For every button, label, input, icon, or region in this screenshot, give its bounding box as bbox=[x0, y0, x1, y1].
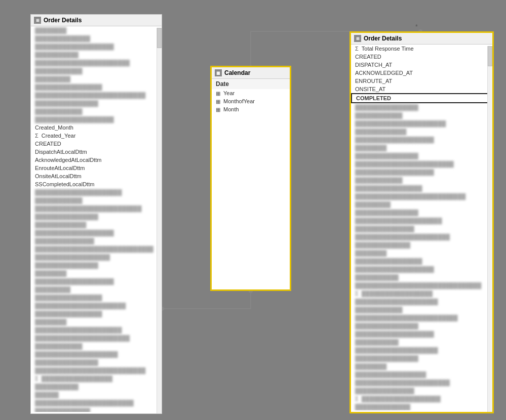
list-item: ████████████████ bbox=[351, 354, 492, 362]
list-item: █████████████████████████ bbox=[31, 399, 162, 407]
left-panel-created-month: Created_Month bbox=[31, 123, 162, 132]
calendar-year-row: Year bbox=[212, 89, 290, 97]
calendar-panel-body[interactable]: Date Year MonthofYear Month bbox=[212, 79, 290, 288]
list-item: ████████████████ bbox=[351, 208, 492, 217]
list-item: ████████ bbox=[31, 26, 162, 34]
list-item: █████████ bbox=[31, 285, 162, 293]
list-item: ████████████████████ bbox=[31, 115, 162, 123]
list-item: █████████ bbox=[31, 75, 162, 83]
list-item: █████████████ bbox=[31, 221, 162, 229]
list-item: ████████████████████████████ bbox=[31, 366, 162, 374]
list-item: ███████████ bbox=[31, 51, 162, 59]
list-item: ████████ bbox=[31, 318, 162, 326]
connector-bottom bbox=[162, 291, 251, 309]
right-panel-title: Order Details bbox=[364, 35, 402, 42]
left-panel: ⊞ Order Details ████████ ██████████████ … bbox=[30, 14, 162, 414]
calendar-month-row: Month bbox=[212, 105, 290, 113]
calendar-monthofyear-row: MonthofYear bbox=[212, 97, 290, 105]
list-item: ██████████████████████████ bbox=[351, 314, 492, 322]
list-item: ████████████████ bbox=[351, 103, 492, 111]
list-item: █████████ bbox=[351, 200, 492, 208]
list-item: ███████████████████ bbox=[31, 253, 162, 261]
list-item: ████████████████ bbox=[31, 213, 162, 221]
list-item: █████████████████ bbox=[31, 310, 162, 318]
list-item: ███████████ bbox=[31, 383, 162, 391]
connector-label-star-1: * bbox=[415, 23, 418, 30]
left-panel-body[interactable]: ████████ ██████████████ ████████████████… bbox=[31, 26, 162, 412]
left-panel-dispatch: DispatchAtLocalDttm bbox=[31, 148, 162, 156]
list-item: ████████████ bbox=[351, 306, 492, 314]
list-item: █████████████████████ bbox=[351, 298, 492, 306]
right-panel-body[interactable]: Total Response Time CREATED DISPATCH_AT … bbox=[351, 45, 492, 410]
right-panel-created: CREATED bbox=[351, 53, 492, 61]
left-panel-onsite: OnsiteAtLocalDttm bbox=[31, 172, 162, 180]
list-item: ████████████████████ bbox=[31, 43, 162, 51]
list-item: ████████████ bbox=[31, 67, 162, 75]
right-panel-icon: ⊞ bbox=[354, 35, 361, 42]
left-panel-enroute: EnrouteAtLocalDttm bbox=[31, 164, 162, 172]
left-panel-title: Order Details bbox=[44, 17, 82, 24]
list-item: █████████████████ bbox=[31, 83, 162, 91]
left-panel-scrollbar-thumb[interactable] bbox=[157, 28, 162, 48]
list-item: ████████████████████████████ bbox=[31, 91, 162, 99]
list-item: ████████████ bbox=[31, 107, 162, 115]
calendar-panel-title: Calendar bbox=[224, 69, 250, 76]
left-panel-sscompleted: SSCompletedLocalDttm bbox=[31, 180, 162, 188]
list-item: ██████████████████ bbox=[351, 370, 492, 379]
list-item: ████████ bbox=[351, 362, 492, 370]
calendar-date-label: Date bbox=[216, 80, 229, 88]
calendar-date-row: Date bbox=[212, 79, 290, 89]
list-item: ████████████ bbox=[31, 342, 162, 350]
list-item: ███████████████████████ bbox=[31, 302, 162, 310]
list-item: ████████████ bbox=[351, 111, 492, 119]
list-item: ████████████████████████████ bbox=[351, 192, 492, 200]
list-item: ██████████████████████ bbox=[31, 188, 162, 196]
left-panel-header: ⊞ Order Details bbox=[31, 15, 162, 26]
list-item: ████████ bbox=[31, 269, 162, 277]
list-item: ████████████ bbox=[31, 196, 162, 204]
list-item: ███████████ bbox=[351, 273, 492, 281]
list-item: █████████████████████ bbox=[351, 346, 492, 354]
list-item: ████████████████████████ bbox=[31, 59, 162, 67]
list-item: ██████████████████ bbox=[31, 374, 162, 383]
right-panel-acknowledged-at: ACKNOWLEDGED_AT bbox=[351, 69, 492, 77]
list-item: ██████████████████████ bbox=[31, 326, 162, 334]
list-item: ████████████████████ bbox=[351, 330, 492, 338]
list-item: ███████████████ bbox=[351, 387, 492, 395]
list-item: ██████████████████████████████ bbox=[31, 245, 162, 253]
right-panel-scrollbar-thumb[interactable] bbox=[488, 46, 492, 66]
list-item: █████████████████████ bbox=[31, 350, 162, 358]
list-item: ████████████████████████ bbox=[351, 233, 492, 241]
calendar-panel-icon: ▦ bbox=[215, 69, 222, 76]
list-item: ████████████████████ bbox=[351, 136, 492, 144]
list-item: ██████████████████ bbox=[351, 289, 492, 298]
list-item: ██████ bbox=[31, 391, 162, 399]
right-panel: ⊞ Order Details Total Response Time CREA… bbox=[349, 31, 494, 413]
list-item: ██████████████ bbox=[351, 403, 492, 410]
right-panel-completed: COMPLETED bbox=[351, 93, 492, 103]
list-item: ████████████████████ bbox=[31, 277, 162, 285]
right-panel-dispatch-at: DISPATCH_AT bbox=[351, 61, 492, 69]
list-item: ████████████████████████ bbox=[351, 379, 492, 387]
right-panel-scrollbar[interactable] bbox=[487, 46, 492, 412]
list-item: ████████████████ bbox=[31, 261, 162, 269]
list-item: ██████████████ bbox=[351, 241, 492, 249]
list-item: ████████████████ bbox=[351, 152, 492, 160]
calendar-panel-header: ▦ Calendar bbox=[212, 67, 290, 79]
list-item: ████████████████ bbox=[31, 358, 162, 366]
list-item: ████████████████████ bbox=[31, 229, 162, 237]
list-item: █████████████████ bbox=[31, 293, 162, 302]
list-item: █████████████████ bbox=[351, 257, 492, 265]
list-item: ███████████████████████ bbox=[351, 119, 492, 128]
list-item: ████████ bbox=[351, 249, 492, 257]
calendar-panel: ▦ Calendar Date Year MonthofYear Month bbox=[210, 66, 291, 291]
left-panel-icon: ⊞ bbox=[34, 17, 41, 24]
left-panel-created: CREATED bbox=[31, 140, 162, 148]
right-panel-onsite-at: ONSITE_AT bbox=[351, 85, 492, 93]
list-item: ████████████████ bbox=[351, 322, 492, 330]
list-item: ████████████████████████ bbox=[31, 334, 162, 342]
list-item: ███████████████████████████ bbox=[31, 204, 162, 213]
list-item: ██████████████ bbox=[31, 407, 162, 412]
left-panel-scrollbar[interactable] bbox=[157, 28, 162, 413]
list-item: █████████████████████████ bbox=[351, 160, 492, 168]
